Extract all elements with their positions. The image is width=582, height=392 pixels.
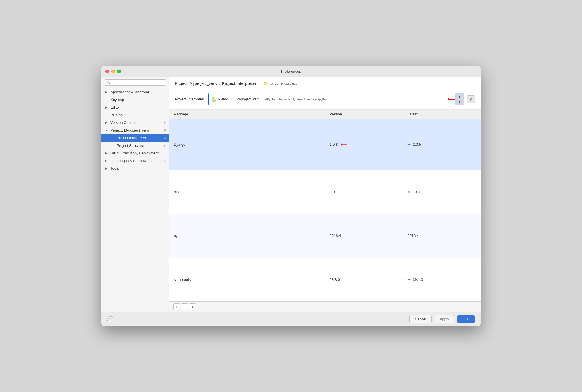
package-name: setuptools	[169, 258, 325, 301]
packages-toolbar: + − ▲	[169, 301, 481, 312]
interpreter-settings-button[interactable]: ⚙	[467, 95, 475, 103]
close-button[interactable]	[105, 70, 109, 73]
breadcrumb: Project: Myproject_venv › Project Interp…	[175, 81, 475, 86]
arrow-annotation: ⟵	[448, 96, 455, 102]
breadcrumb-current: Project Interpreter	[222, 81, 256, 86]
chevron-down-icon: ▼	[105, 129, 109, 132]
copy-icon: ⎘	[164, 144, 166, 147]
sidebar-item-label: Tools	[110, 166, 119, 171]
for-current-project-label: 📁 For current project	[264, 81, 296, 85]
sidebar-item-label: Plugins	[110, 113, 123, 117]
sidebar-item-label: Project Interpreter	[117, 136, 146, 140]
interpreter-row: Project Interpreter: 🐍 Python 3.6 (Mypro…	[169, 89, 481, 110]
col-header-latest: Latest	[403, 110, 481, 119]
sidebar-item-editor[interactable]: ▶ Editor	[101, 104, 169, 111]
interpreter-value: 🐍 Python 3.6 (Myproject_venv) ~/PycharmP…	[209, 95, 445, 103]
sidebar-item-label: Project Structure	[117, 143, 144, 148]
package-latest: ➡ 10.0.1	[403, 170, 481, 214]
sidebar-item-label: Languages & Frameworks	[110, 159, 153, 163]
upgrade-arrow-icon: ➡	[408, 277, 411, 282]
chevron-right-icon: ▶	[105, 106, 109, 109]
table-row[interactable]: pip 9.0.1 ➡ 10.0.1	[169, 170, 481, 214]
sidebar-item-version-control[interactable]: ▶ Version Control ⎘	[101, 119, 169, 126]
apply-button[interactable]: Apply	[435, 315, 455, 323]
maximize-button[interactable]	[117, 70, 121, 73]
bottom-bar-left: ?	[107, 316, 113, 322]
sidebar-item-label: Appearance & Behavior	[110, 90, 149, 94]
breadcrumb-separator: ›	[219, 81, 220, 86]
titlebar: Preferences	[101, 66, 481, 77]
content-area: Project: Myproject_venv › Project Interp…	[169, 77, 481, 312]
sidebar-item-project-interpreter[interactable]: Project Interpreter ⎘	[101, 134, 169, 142]
col-header-version: Version	[325, 110, 403, 119]
sidebar-item-appearance[interactable]: ▶ Appearance & Behavior	[101, 88, 169, 96]
folder-icon: 📁	[264, 81, 268, 85]
package-version: 1.9.8 ⟵	[325, 119, 403, 170]
sidebar-item-label: Build, Execution, Deployment	[110, 151, 159, 155]
help-button[interactable]: ?	[107, 316, 113, 322]
interpreter-select[interactable]: 🐍 Python 3.6 (Myproject_venv) ~/PycharmP…	[208, 93, 464, 105]
chevron-right-icon: ▶	[105, 91, 109, 94]
search-input[interactable]	[112, 81, 164, 85]
bottom-bar: ? Cancel Apply OK	[101, 312, 481, 326]
ok-button[interactable]: OK	[457, 315, 475, 323]
copy-icon: ⎘	[164, 136, 166, 140]
sidebar-item-tools[interactable]: ▶ Tools	[101, 165, 169, 172]
sidebar: 🔍 ▶ Appearance & Behavior Keymap ▶ Edito…	[101, 77, 169, 312]
package-version: 2018.4	[325, 214, 403, 258]
search-icon: 🔍	[106, 81, 111, 85]
sidebar-item-project-structure[interactable]: Project Structure ⎘	[101, 142, 169, 149]
content-header: Project: Myproject_venv › Project Interp…	[169, 77, 481, 89]
table-row[interactable]: pytz 2018.4 2018.4	[169, 214, 481, 258]
upgrade-arrow-icon: ➡	[408, 142, 411, 147]
minimize-button[interactable]	[111, 70, 115, 73]
sidebar-item-languages[interactable]: ▶ Languages & Frameworks ⎘	[101, 157, 169, 165]
col-header-package: Package	[169, 110, 325, 119]
sidebar-item-label: Keymap	[110, 98, 124, 102]
chevron-down-icon: ▼	[457, 99, 461, 104]
package-version: 9.0.1	[325, 170, 403, 214]
upgrade-arrow-icon: ➡	[408, 190, 411, 194]
sidebar-item-label: Version Control	[110, 120, 136, 125]
interpreter-path: ~/PycharmProjects/Myproject_venv/bin/pyt…	[264, 98, 328, 101]
sidebar-item-build[interactable]: ▶ Build, Execution, Deployment	[101, 149, 169, 157]
chevron-right-icon: ▶	[105, 152, 109, 155]
table-row[interactable]: Django 1.9.8 ⟵ ➡ 2.0.5	[169, 119, 481, 170]
package-version: 28.8.0	[325, 258, 403, 301]
remove-package-button[interactable]: −	[181, 303, 188, 310]
packages-area: Package Version Latest Django 1.9.8 ⟵	[169, 110, 481, 301]
sidebar-item-plugins[interactable]: Plugins	[101, 111, 169, 119]
interpreter-dropdown-button[interactable]: ▲ ▼	[455, 93, 464, 105]
main-content: 🔍 ▶ Appearance & Behavior Keymap ▶ Edito…	[101, 77, 481, 312]
search-wrapper[interactable]: 🔍	[104, 79, 166, 86]
copy-icon: ⎘	[164, 129, 166, 132]
sidebar-item-label: Editor	[110, 105, 120, 109]
traffic-lights	[105, 70, 121, 73]
package-latest: ➡ 39.1.0	[403, 258, 481, 301]
package-name: pytz	[169, 214, 325, 258]
upgrade-package-button[interactable]: ▲	[189, 303, 196, 310]
chevron-right-icon: ▶	[105, 159, 109, 162]
sidebar-item-project[interactable]: ▼ Project: Myproject_venv ⎘	[101, 126, 169, 134]
copy-icon: ⎘	[164, 159, 166, 163]
package-name: Django	[169, 119, 325, 170]
window-title: Preferences	[281, 69, 301, 74]
add-package-button[interactable]: +	[173, 303, 180, 310]
preferences-window: Preferences 🔍 ▶ Appearance & Behavior Ke…	[101, 66, 481, 326]
chevron-up-icon: ▲	[457, 94, 461, 99]
red-arrow-annotation: ⟵	[341, 142, 347, 147]
chevron-right-icon: ▶	[105, 121, 109, 124]
copy-icon: ⎘	[164, 121, 166, 124]
package-latest: 2018.4	[403, 214, 481, 258]
cancel-button[interactable]: Cancel	[409, 315, 431, 323]
table-row[interactable]: setuptools 28.8.0 ➡ 39.1.0	[169, 258, 481, 301]
search-bar: 🔍	[101, 77, 169, 88]
package-name: pip	[169, 170, 325, 214]
interpreter-label: Project Interpreter:	[175, 97, 206, 101]
package-latest: ➡ 2.0.5	[403, 119, 481, 170]
sidebar-item-keymap[interactable]: Keymap	[101, 96, 169, 104]
chevron-right-icon: ▶	[105, 167, 109, 170]
table-header-row: Package Version Latest	[169, 110, 481, 119]
packages-table: Package Version Latest Django 1.9.8 ⟵	[169, 110, 481, 301]
python-icon: 🐍	[211, 96, 217, 102]
